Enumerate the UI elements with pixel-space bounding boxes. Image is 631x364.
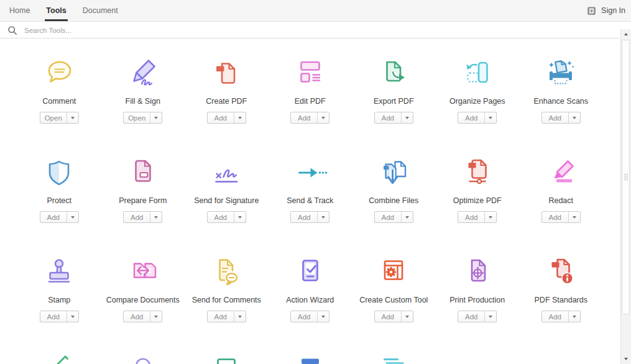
tool-action-dropdown-button[interactable] (234, 311, 246, 322)
tool-action-button[interactable]: Add (208, 311, 234, 322)
tool-action-dropdown-button[interactable] (401, 112, 413, 123)
tool-action-dropdown-button[interactable] (568, 212, 580, 222)
scroll-up-arrow-icon (624, 33, 628, 35)
tool-card-create-pdf: Create PDF Add (185, 57, 269, 157)
tool-card-fill-sign: Fill & Sign Open (101, 57, 185, 157)
tool-card-send-track: Send & Track Add (269, 157, 352, 256)
tool-action-button[interactable]: Add (291, 112, 317, 123)
tool-card-edit-pdf: Edit PDF Add (269, 57, 352, 157)
tool-action-split-button: Open (40, 112, 79, 124)
tool-action-split-button: Add (207, 211, 246, 223)
tool-action-button[interactable]: Add (375, 112, 401, 123)
partial-lines-icon (376, 355, 411, 364)
tool-label: Send for Comments (192, 296, 261, 304)
caret-down-icon (154, 216, 158, 219)
tool-action-button[interactable]: Add (458, 311, 484, 322)
partial-bar-icon (293, 355, 328, 364)
tool-label: Send for Signature (194, 196, 259, 205)
organize-pages-icon (460, 57, 495, 89)
scrollbar-thumb[interactable] (622, 40, 630, 314)
caret-down-icon (321, 316, 325, 318)
prepare-form-icon (126, 157, 160, 189)
tool-action-dropdown-button[interactable] (150, 311, 162, 322)
tool-action-dropdown-button[interactable] (568, 112, 580, 123)
tool-action-split-button: Add (290, 112, 329, 124)
tool-action-dropdown-button[interactable] (67, 311, 78, 322)
tool-action-split-button: Add (458, 311, 497, 322)
tool-action-button[interactable]: Add (458, 112, 484, 123)
tool-action-button[interactable]: Add (291, 212, 317, 222)
tool-action-button[interactable]: Add (542, 212, 568, 222)
tool-action-button[interactable]: Add (542, 112, 568, 123)
tool-action-button[interactable]: Open (40, 112, 67, 123)
caret-down-icon (154, 117, 158, 119)
tool-action-split-button: Add (40, 211, 79, 223)
tool-action-dropdown-button[interactable] (150, 212, 162, 222)
search-input[interactable] (23, 26, 224, 35)
tool-action-dropdown-button[interactable] (484, 112, 496, 123)
tool-card-partial (352, 355, 436, 364)
caret-down-icon (405, 316, 409, 318)
export-pdf-icon (376, 57, 411, 89)
tool-action-button[interactable]: Add (542, 311, 568, 322)
tool-action-dropdown-button[interactable] (150, 112, 162, 123)
caret-down-icon (238, 216, 242, 219)
caret-down-icon (489, 117, 492, 119)
topbar-right-group: Sign In (587, 0, 631, 21)
tool-card-create-custom-tool: Create Custom Tool Add (352, 256, 436, 355)
redact-icon (543, 157, 578, 189)
optimize-pdf-icon (460, 157, 495, 189)
tool-label: Protect (47, 196, 71, 205)
tool-card-organize-pages: Organize Pages Add (436, 57, 520, 157)
vertical-scrollbar[interactable] (620, 29, 631, 364)
tool-action-dropdown-button[interactable] (234, 112, 246, 123)
tool-action-split-button: Add (458, 112, 497, 124)
tool-action-button[interactable]: Add (124, 212, 150, 222)
tool-action-dropdown-button[interactable] (568, 311, 580, 322)
tool-action-dropdown-button[interactable] (317, 112, 329, 123)
tool-action-dropdown-button[interactable] (401, 311, 413, 322)
tool-action-button[interactable]: Add (40, 311, 67, 322)
tool-action-split-button: Add (207, 311, 246, 322)
tab-home[interactable]: Home (8, 0, 31, 21)
tool-action-dropdown-button[interactable] (67, 112, 78, 123)
tool-action-dropdown-button[interactable] (317, 311, 329, 322)
tool-card-export-pdf: Export PDF Add (352, 57, 436, 157)
tool-action-button[interactable]: Open (124, 112, 150, 123)
tool-action-button[interactable]: Add (375, 212, 401, 222)
tool-label: Enhance Scans (533, 97, 588, 106)
tool-action-dropdown-button[interactable] (67, 212, 78, 222)
tool-action-split-button: Add (123, 211, 162, 223)
tool-label: PDF Standards (535, 296, 587, 304)
tab-document[interactable]: Document (81, 0, 119, 21)
tool-action-dropdown-button[interactable] (484, 311, 496, 322)
sign-in-link[interactable]: Sign In (601, 6, 625, 15)
tool-action-split-button: Add (207, 112, 246, 124)
tool-action-button[interactable]: Add (375, 311, 401, 322)
protect-icon (42, 157, 76, 189)
caret-down-icon (238, 117, 242, 119)
tool-action-dropdown-button[interactable] (234, 212, 246, 222)
scrollbar-down-button[interactable] (621, 354, 631, 364)
create-pdf-icon (209, 57, 244, 89)
tool-action-dropdown-button[interactable] (484, 212, 496, 222)
tool-card-send-for-comments: Send for Comments Add (185, 256, 269, 355)
tool-card-comment: Comment Open (17, 57, 101, 157)
tool-action-button[interactable]: Add (208, 212, 234, 222)
tool-action-dropdown-button[interactable] (317, 212, 329, 222)
tool-action-dropdown-button[interactable] (401, 212, 413, 222)
tool-action-button[interactable]: Add (40, 212, 67, 222)
tool-action-split-button: Add (290, 311, 329, 322)
caret-down-icon (71, 117, 75, 119)
combine-files-icon (376, 157, 411, 189)
tool-card-protect: Protect Add (17, 157, 101, 256)
scrollbar-up-button[interactable] (621, 29, 631, 39)
tool-action-button[interactable]: Add (208, 112, 234, 123)
tool-action-button[interactable]: Add (291, 311, 317, 322)
caret-down-icon (321, 117, 325, 119)
tab-tools[interactable]: Tools (45, 0, 67, 21)
tool-action-button[interactable]: Add (124, 311, 150, 322)
send-signature-icon (209, 157, 244, 189)
caret-down-icon (321, 216, 325, 219)
tool-action-button[interactable]: Add (458, 212, 484, 222)
